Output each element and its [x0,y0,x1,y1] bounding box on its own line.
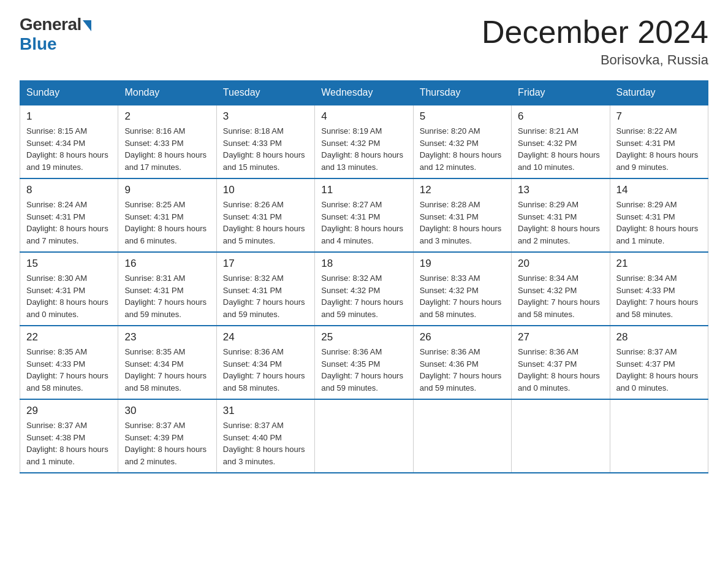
day-info: Sunrise: 8:29 AMSunset: 4:31 PMDaylight:… [616,199,702,247]
day-number: 12 [420,184,505,196]
title-section: December 2024 Borisovka, Russia [482,15,708,68]
day-number: 28 [616,331,702,343]
day-number: 24 [223,331,308,343]
calendar-cell: 18 Sunrise: 8:32 AMSunset: 4:32 PMDaylig… [315,252,413,326]
day-info: Sunrise: 8:37 AMSunset: 4:38 PMDaylight:… [26,419,112,467]
calendar-cell: 10 Sunrise: 8:26 AMSunset: 4:31 PMDaylig… [216,178,314,252]
day-info: Sunrise: 8:27 AMSunset: 4:31 PMDaylight:… [321,199,406,247]
calendar-cell: 24 Sunrise: 8:36 AMSunset: 4:34 PMDaylig… [216,326,314,399]
calendar-cell: 1 Sunrise: 8:15 AMSunset: 4:34 PMDayligh… [20,105,118,178]
calendar-cell: 15 Sunrise: 8:30 AMSunset: 4:31 PMDaylig… [20,252,118,326]
week-row-2: 8 Sunrise: 8:24 AMSunset: 4:31 PMDayligh… [20,178,708,252]
header-friday: Friday [512,81,610,105]
day-number: 25 [321,331,406,343]
calendar-cell [413,399,511,473]
day-number: 3 [223,110,308,123]
day-number: 1 [26,110,112,123]
day-info: Sunrise: 8:32 AMSunset: 4:32 PMDaylight:… [321,272,406,320]
day-info: Sunrise: 8:15 AMSunset: 4:34 PMDaylight:… [26,125,112,173]
location-text: Borisovka, Russia [482,52,708,68]
week-row-3: 15 Sunrise: 8:30 AMSunset: 4:31 PMDaylig… [20,252,708,326]
day-info: Sunrise: 8:19 AMSunset: 4:32 PMDaylight:… [321,125,406,173]
logo-blue-text: Blue [20,34,57,54]
day-number: 9 [124,184,210,196]
day-number: 19 [420,258,505,270]
day-info: Sunrise: 8:36 AMSunset: 4:34 PMDaylight:… [223,346,308,394]
calendar-cell: 25 Sunrise: 8:36 AMSunset: 4:35 PMDaylig… [315,326,413,399]
day-number: 7 [616,110,702,123]
day-info: Sunrise: 8:34 AMSunset: 4:32 PMDaylight:… [518,272,603,320]
day-info: Sunrise: 8:37 AMSunset: 4:39 PMDaylight:… [124,419,210,467]
calendar-table: SundayMondayTuesdayWednesdayThursdayFrid… [20,80,708,473]
logo-triangle-icon [83,20,91,31]
day-number: 27 [518,331,603,343]
calendar-cell: 28 Sunrise: 8:37 AMSunset: 4:37 PMDaylig… [610,326,708,399]
header-wednesday: Wednesday [315,81,413,105]
calendar-cell [512,399,610,473]
day-number: 20 [518,258,603,270]
day-info: Sunrise: 8:35 AMSunset: 4:34 PMDaylight:… [124,346,210,394]
day-number: 11 [321,184,406,196]
day-number: 29 [26,405,112,417]
day-number: 15 [26,258,112,270]
day-info: Sunrise: 8:31 AMSunset: 4:31 PMDaylight:… [124,272,210,320]
calendar-cell: 19 Sunrise: 8:33 AMSunset: 4:32 PMDaylig… [413,252,511,326]
day-info: Sunrise: 8:20 AMSunset: 4:32 PMDaylight:… [420,125,505,173]
calendar-cell: 4 Sunrise: 8:19 AMSunset: 4:32 PMDayligh… [315,105,413,178]
day-info: Sunrise: 8:36 AMSunset: 4:35 PMDaylight:… [321,346,406,394]
day-info: Sunrise: 8:36 AMSunset: 4:37 PMDaylight:… [518,346,603,394]
day-info: Sunrise: 8:35 AMSunset: 4:33 PMDaylight:… [26,346,112,394]
calendar-cell: 20 Sunrise: 8:34 AMSunset: 4:32 PMDaylig… [512,252,610,326]
calendar-cell [610,399,708,473]
day-number: 23 [124,331,210,343]
calendar-cell: 2 Sunrise: 8:16 AMSunset: 4:33 PMDayligh… [118,105,216,178]
day-info: Sunrise: 8:26 AMSunset: 4:31 PMDaylight:… [223,199,308,247]
calendar-cell: 17 Sunrise: 8:32 AMSunset: 4:31 PMDaylig… [216,252,314,326]
calendar-cell: 13 Sunrise: 8:29 AMSunset: 4:31 PMDaylig… [512,178,610,252]
calendar-cell: 26 Sunrise: 8:36 AMSunset: 4:36 PMDaylig… [413,326,511,399]
day-number: 13 [518,184,603,196]
day-info: Sunrise: 8:24 AMSunset: 4:31 PMDaylight:… [26,199,112,247]
calendar-cell: 5 Sunrise: 8:20 AMSunset: 4:32 PMDayligh… [413,105,511,178]
day-info: Sunrise: 8:18 AMSunset: 4:33 PMDaylight:… [223,125,308,173]
day-number: 6 [518,110,603,123]
day-number: 16 [124,258,210,270]
day-number: 17 [223,258,308,270]
day-info: Sunrise: 8:16 AMSunset: 4:33 PMDaylight:… [124,125,210,173]
calendar-cell: 9 Sunrise: 8:25 AMSunset: 4:31 PMDayligh… [118,178,216,252]
day-info: Sunrise: 8:25 AMSunset: 4:31 PMDaylight:… [124,199,210,247]
day-number: 30 [124,405,210,417]
header-monday: Monday [118,81,216,105]
day-info: Sunrise: 8:34 AMSunset: 4:33 PMDaylight:… [616,272,702,320]
day-info: Sunrise: 8:21 AMSunset: 4:32 PMDaylight:… [518,125,603,173]
day-number: 2 [124,110,210,123]
day-number: 21 [616,258,702,270]
calendar-cell: 22 Sunrise: 8:35 AMSunset: 4:33 PMDaylig… [20,326,118,399]
day-number: 31 [223,405,308,417]
calendar-cell: 7 Sunrise: 8:22 AMSunset: 4:31 PMDayligh… [610,105,708,178]
header-thursday: Thursday [413,81,511,105]
calendar-cell: 16 Sunrise: 8:31 AMSunset: 4:31 PMDaylig… [118,252,216,326]
calendar-cell: 12 Sunrise: 8:28 AMSunset: 4:31 PMDaylig… [413,178,511,252]
day-number: 18 [321,258,406,270]
day-info: Sunrise: 8:37 AMSunset: 4:40 PMDaylight:… [223,419,308,467]
calendar-cell: 11 Sunrise: 8:27 AMSunset: 4:31 PMDaylig… [315,178,413,252]
day-number: 10 [223,184,308,196]
day-info: Sunrise: 8:37 AMSunset: 4:37 PMDaylight:… [616,346,702,394]
day-info: Sunrise: 8:33 AMSunset: 4:32 PMDaylight:… [420,272,505,320]
week-row-5: 29 Sunrise: 8:37 AMSunset: 4:38 PMDaylig… [20,399,708,473]
day-info: Sunrise: 8:22 AMSunset: 4:31 PMDaylight:… [616,125,702,173]
header-sunday: Sunday [20,81,118,105]
logo-general-text: General [20,15,82,34]
calendar-cell: 14 Sunrise: 8:29 AMSunset: 4:31 PMDaylig… [610,178,708,252]
calendar-cell: 6 Sunrise: 8:21 AMSunset: 4:32 PMDayligh… [512,105,610,178]
page-header: General Blue December 2024 Borisovka, Ru… [20,15,708,68]
day-info: Sunrise: 8:28 AMSunset: 4:31 PMDaylight:… [420,199,505,247]
header-saturday: Saturday [610,81,708,105]
week-row-4: 22 Sunrise: 8:35 AMSunset: 4:33 PMDaylig… [20,326,708,399]
day-info: Sunrise: 8:30 AMSunset: 4:31 PMDaylight:… [26,272,112,320]
week-row-1: 1 Sunrise: 8:15 AMSunset: 4:34 PMDayligh… [20,105,708,178]
month-title: December 2024 [482,15,708,50]
calendar-cell: 31 Sunrise: 8:37 AMSunset: 4:40 PMDaylig… [216,399,314,473]
calendar-cell: 21 Sunrise: 8:34 AMSunset: 4:33 PMDaylig… [610,252,708,326]
